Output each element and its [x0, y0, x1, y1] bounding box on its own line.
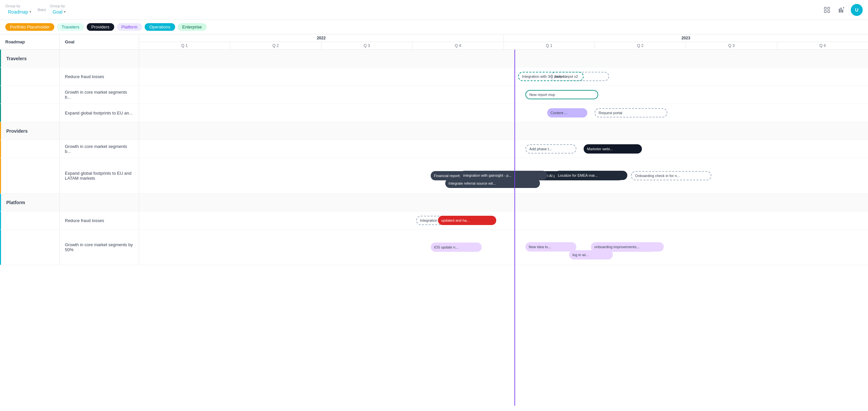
group-by-roadmap-btn[interactable]: Roadmap ▾: [5, 8, 34, 16]
bar-chart-button[interactable]: [836, 5, 847, 15]
svg-rect-6: [842, 9, 843, 12]
year-2023: 2023: [504, 34, 868, 42]
group-by-goal-btn[interactable]: Goal ▾: [50, 8, 68, 16]
roadmap-empty-platform-0: [0, 212, 60, 229]
group-by-goal: Group by Goal ▾: [50, 4, 68, 16]
gantt-container[interactable]: Roadmap Goal 2022 2023 Q 1 Q 2 Q 3 Q 4 Q…: [0, 34, 868, 406]
q3-2022: Q 3: [321, 42, 412, 49]
timeline-row-group-providers: [139, 122, 868, 140]
svg-rect-4: [839, 9, 840, 12]
goal-cell-group-travelers: [60, 50, 139, 67]
year-row: 2022 2023: [139, 34, 868, 42]
chevron-down-icon-2: ▾: [64, 10, 66, 13]
group-row-platform: Platform: [0, 194, 868, 212]
timeline-row-providers-1: Financial reports for M...Custom report …: [139, 158, 868, 193]
gantt-item-platform-1-0[interactable]: iOS update n...: [431, 243, 482, 252]
roadmap-empty-travelers-0: [0, 67, 60, 85]
filter-tag-enterprise[interactable]: Enterprise: [178, 23, 207, 31]
q4-2023: Q 4: [777, 42, 868, 49]
timeline-row-travelers-0: TODAYhomedepot v2Integration with 3rd pa…: [139, 67, 868, 85]
gantt-item-travelers-0-1[interactable]: Integration with 3rd party I...: [518, 72, 584, 81]
timeline-row-group-platform: [139, 194, 868, 211]
group-by-goal-value: Goal: [53, 9, 63, 14]
q1-2023: Q 1: [504, 42, 595, 49]
gantt-item-providers-1-2[interactable]: Onboarding check in for n...: [631, 171, 711, 180]
roadmap-empty-travelers-1: [0, 86, 60, 103]
svg-rect-7: [843, 7, 844, 8]
goal-cell-group-providers: [60, 122, 139, 140]
timeline-row-platform-1: iOS update n...new feature to be d...New…: [139, 230, 868, 265]
goal-cell-platform-1: Growth in core market segments by 50%: [60, 230, 139, 265]
today-line: [515, 34, 515, 406]
gantt-item-platform-1-2[interactable]: New idea to...: [525, 242, 576, 252]
q3-2023: Q 3: [686, 42, 777, 49]
detail-row-platform-1: Growth in core market segments by 50%iOS…: [0, 230, 868, 265]
group-by-label-1: Group by: [5, 4, 34, 8]
q1-2022: Q 1: [139, 42, 230, 49]
group-label-providers: Providers: [6, 128, 28, 134]
svg-rect-1: [828, 7, 830, 9]
year-2022: 2022: [139, 34, 504, 42]
filter-tag-providers[interactable]: Providers: [87, 23, 114, 31]
filter-bar: Portfolio PlaceholderTravelersProvidersP…: [0, 20, 868, 34]
filter-tag-travelers[interactable]: Travelers: [57, 23, 84, 31]
gantt-item-platform-0-1[interactable]: updated and ha...: [438, 216, 496, 225]
roadmap-empty-platform-1: [0, 230, 60, 265]
roadmap-group-providers: Providers: [0, 122, 60, 140]
gantt-header: Roadmap Goal 2022 2023 Q 1 Q 2 Q 3 Q 4 Q…: [0, 34, 868, 50]
goal-cell-platform-0: Reduce fraud losses: [60, 212, 139, 229]
goal-cell-group-platform: [60, 194, 139, 211]
q2-2022: Q 2: [230, 42, 321, 49]
col-roadmap-header: Roadmap: [0, 34, 60, 49]
goal-cell-travelers-2: Expand global footprints to EU an...: [60, 104, 139, 122]
goal-cell-travelers-1: Growth in core market segments b...: [60, 86, 139, 103]
group-by-label-2: Group by: [50, 4, 68, 8]
col-goal-header: Goal: [60, 34, 139, 49]
timeline-row-group-travelers: [139, 50, 868, 67]
detail-row-travelers-2: Expand global footprints to EU an...Cont…: [0, 104, 868, 122]
gantt-item-providers-1-4[interactable]: Localize for EMEA mar...: [555, 171, 627, 180]
roadmap-group-travelers: Travelers: [0, 50, 60, 67]
gantt-item-providers-0-1[interactable]: Marketer webi...: [584, 144, 642, 154]
detail-row-platform-0: Reduce fraud lossesIntegration featureup…: [0, 212, 868, 230]
roadmap-empty-providers-1: [0, 158, 60, 193]
top-bar-right: U: [822, 4, 863, 16]
group-row-providers: Providers: [0, 122, 868, 140]
timeline-row-providers-0: Add phase t...Marketer webi...: [139, 140, 868, 158]
q4-2022: Q 4: [412, 42, 503, 49]
filter-tag-operations[interactable]: Operations: [145, 23, 175, 31]
gantt-item-travelers-2-0[interactable]: Content ...: [547, 108, 587, 118]
timeline-header: 2022 2023 Q 1 Q 2 Q 3 Q 4 Q 1 Q 2 Q 3 Q …: [139, 34, 868, 49]
group-by-roadmap: Group by Roadmap ▾: [5, 4, 34, 16]
goal-cell-providers-0: Growth in core market segments b...: [60, 140, 139, 158]
group-row-travelers: Travelers: [0, 50, 868, 67]
detail-row-providers-1: Expand global footprints to EU and LATAM…: [0, 158, 868, 194]
user-avatar[interactable]: U: [851, 4, 863, 16]
gantt-item-travelers-2-1[interactable]: Request portal: [594, 108, 668, 118]
quarter-row: Q 1 Q 2 Q 3 Q 4 Q 1 Q 2 Q 3 Q 4: [139, 42, 868, 49]
roadmap-empty-providers-0: [0, 140, 60, 158]
then-label: then: [38, 7, 46, 12]
chevron-down-icon: ▾: [29, 10, 31, 13]
roadmap-group-platform: Platform: [0, 194, 60, 211]
gantt-item-travelers-1-0[interactable]: New report mvp: [525, 90, 598, 99]
detail-row-travelers-0: Reduce fraud lossesTODAYhomedepot v2Inte…: [0, 67, 868, 86]
group-label-travelers: Travelers: [6, 56, 27, 61]
q2-2023: Q 2: [595, 42, 686, 49]
grid-view-button[interactable]: [822, 5, 832, 15]
gantt-item-providers-0-0[interactable]: Add phase t...: [525, 144, 576, 154]
detail-row-providers-0: Growth in core market segments b...Add p…: [0, 140, 868, 158]
group-label-platform: Platform: [6, 200, 25, 205]
goal-cell-providers-1: Expand global footprints to EU and LATAM…: [60, 158, 139, 193]
filter-tag-portfolio[interactable]: Portfolio Placeholder: [5, 23, 54, 31]
roadmap-empty-travelers-2: [0, 104, 60, 122]
filter-tag-platform[interactable]: Platform: [117, 23, 142, 31]
gantt-item-platform-1-4[interactable]: log in wi...: [569, 250, 613, 259]
group-by-roadmap-value: Roadmap: [8, 9, 28, 14]
timeline-row-travelers-1: New report mvp: [139, 86, 868, 103]
svg-rect-3: [828, 10, 830, 12]
detail-row-travelers-1: Growth in core market segments b...New r…: [0, 86, 868, 104]
timeline-row-travelers-2: Content ...Request portal: [139, 104, 868, 122]
gantt-item-providers-1-5[interactable]: Integrate referral source wit...: [445, 179, 540, 188]
timeline-row-platform-0: Integration featureupdated and ha...: [139, 212, 868, 229]
